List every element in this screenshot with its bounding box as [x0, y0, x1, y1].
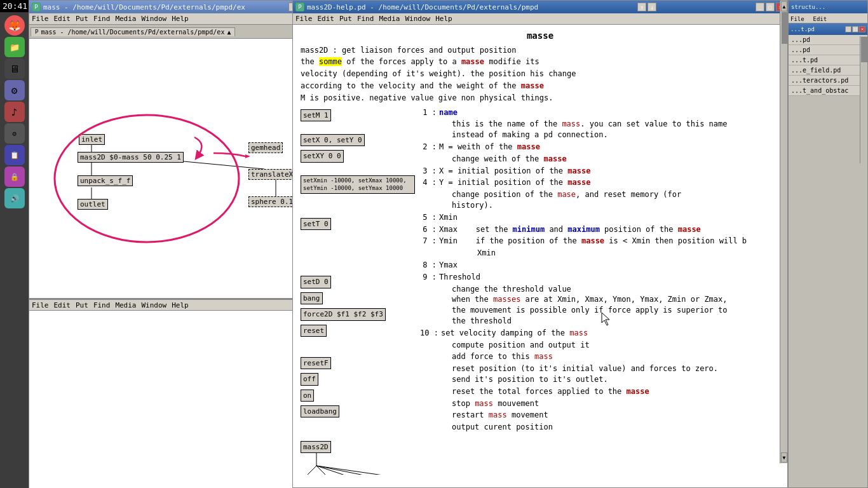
taskbar-icon-9[interactable]: 🔊 — [4, 188, 25, 208]
help-content: masse mass2D : get liaison forces and ou… — [293, 25, 787, 475]
param-desc-9: Threshold — [439, 272, 780, 283]
nav-back[interactable]: ↑ — [637, 3, 646, 11]
pd-box-gemhead[interactable]: gemhead — [248, 142, 283, 153]
menu-put-2[interactable]: Put — [76, 301, 88, 309]
menu-put-1[interactable]: Put — [76, 15, 88, 23]
pd-msg-off[interactable]: off — [301, 373, 318, 385]
r-menu-media[interactable]: Media — [379, 15, 400, 23]
menu-file-2[interactable]: File — [32, 301, 49, 309]
left-tab-label: mass - /home/will/Documents/Pd/externals… — [41, 29, 224, 36]
pd-msg-setxmin[interactable]: setXmin -10000, setXmax 10000, setYmin -… — [301, 175, 415, 194]
pd-msg-resetf[interactable]: resetF — [301, 357, 331, 369]
pd-box-inlet[interactable]: inlet — [79, 134, 105, 145]
highlight-masse-1: masse — [461, 57, 484, 66]
scrollbar-thumb[interactable] — [782, 12, 788, 44]
taskbar-icon-2[interactable]: 📁 — [4, 37, 25, 57]
menu-edit-2[interactable]: Edit — [54, 301, 71, 309]
pd-msg-setxy2[interactable]: setXY 0 0 — [301, 150, 344, 162]
taskbar-icon-4[interactable]: ⚙ — [4, 80, 25, 100]
help-scrollbar[interactable]: ▲ ▼ — [780, 1, 787, 463]
r-menu-edit[interactable]: Edit — [318, 15, 335, 23]
minimize-btn-right[interactable]: _ — [756, 3, 764, 11]
left-tab-1[interactable]: P mass - /home/will/Documents/Pd/externa… — [31, 27, 235, 36]
r-menu-file[interactable]: File — [295, 15, 313, 23]
pd-box-mass2d-bottom[interactable]: mass2D — [301, 441, 331, 453]
fr-item-3[interactable]: ...t.pd — [789, 55, 867, 65]
help-intro-3: velocity (depending of it's weight). the… — [301, 69, 780, 79]
pd-msg-loadbang[interactable]: loadbang — [301, 405, 339, 417]
param-desc-6: Xmax set the minimum and maximum positio… — [439, 224, 780, 235]
taskbar-icon-5[interactable]: ♪ — [4, 102, 25, 122]
r-menu-window[interactable]: Window — [405, 15, 431, 23]
menu-window-1[interactable]: Window — [142, 15, 167, 23]
help-intro-text-1: mass2D : get liaison forces and output p… — [301, 46, 517, 55]
menu-media-2[interactable]: Media — [115, 301, 136, 309]
nav-fwd[interactable]: ↓ — [648, 3, 656, 11]
pd-box-sphere[interactable]: sphere 0.1 — [248, 196, 295, 207]
menu-edit-1[interactable]: Edit — [54, 15, 71, 23]
param-sub-1: this is the name of the mass. you can se… — [452, 119, 780, 140]
menu-file-1[interactable]: File — [32, 15, 49, 23]
fr-item-4[interactable]: ...e_field.pd — [789, 65, 867, 76]
taskbar-icon-6[interactable]: ⚙ — [4, 123, 25, 144]
msg-box-setxy-2: setXY 0 0 — [301, 149, 415, 163]
menu-find-2[interactable]: Find — [93, 301, 111, 309]
taskbar-icon-8[interactable]: 🔒 — [4, 166, 25, 187]
svg-marker-1 — [245, 154, 250, 158]
reset-desc: reset position (to it's initial value) a… — [452, 363, 780, 385]
pd-right-window: P mass2D-help.pd - /home/will/Documents/… — [292, 0, 788, 488]
taskbar-icon-1[interactable]: 🦊 — [4, 15, 25, 36]
param-num-3: 3 : — [420, 166, 439, 177]
param-num-7: 7 : — [420, 236, 439, 247]
fr-scrollbar-thumb[interactable] — [861, 37, 867, 62]
resetf-desc: reset the total forces applied to the ma… — [452, 386, 780, 397]
param-num-1: 1 : — [420, 107, 439, 118]
fr-minimize[interactable]: _ — [845, 26, 851, 32]
tab-arrow: ▲ — [227, 29, 231, 36]
maximize-btn-right[interactable]: □ — [766, 3, 775, 11]
fr-item-2[interactable]: ...pd — [789, 45, 867, 55]
pd-box-outlet[interactable]: outlet — [78, 199, 108, 210]
fr-item-1[interactable]: ...pd — [789, 35, 867, 45]
menu-help-2[interactable]: Help — [172, 301, 189, 309]
pd-msg-reset[interactable]: reset — [301, 325, 327, 337]
fr-menu-edit[interactable]: Edit — [811, 15, 829, 23]
pd-msg-setd[interactable]: setD 0 — [301, 276, 331, 288]
help-params-section: setM 1 setX 0, setY 0 setXY 0 0 setXmin … — [301, 107, 780, 434]
taskbar-icon-7[interactable]: 📋 — [4, 145, 25, 165]
param-6: 6 : Xmax set the minimum and maximum pos… — [420, 224, 780, 235]
param-num-8: 8 : — [420, 260, 439, 271]
scroll-up-btn[interactable]: ▲ — [781, 1, 787, 11]
pd-box-mass2d[interactable]: mass2D $0-mass 50 0.25 1 — [78, 152, 184, 163]
pd-msg-setm[interactable]: setM 1 — [301, 109, 331, 121]
far-right-controls[interactable]: _ □ ✕ — [845, 26, 865, 32]
fr-menu-file[interactable]: File — [789, 15, 806, 23]
pd-msg-bang[interactable]: bang — [301, 292, 323, 304]
menu-find-1[interactable]: Find — [93, 15, 111, 23]
menu-help-1[interactable]: Help — [172, 15, 189, 23]
fr-item-5[interactable]: ...teractors.pd — [789, 76, 867, 86]
scroll-down-btn[interactable]: ▼ — [781, 452, 787, 463]
menu-window-2[interactable]: Window — [142, 301, 167, 309]
msg-box-force2d: force2D $f1 $f2 $f3 — [301, 308, 415, 321]
pd-msg-setxy1[interactable]: setX 0, setY 0 — [301, 134, 365, 146]
taskbar-icon-3[interactable]: 🖥 — [4, 58, 25, 79]
pd-box-unpack[interactable]: unpack_s_f_f — [78, 175, 133, 186]
param-5: 5 : Xmin — [420, 212, 780, 223]
menu-media-1[interactable]: Media — [115, 15, 136, 23]
param-num-2: 2 : — [420, 142, 439, 152]
fr-close[interactable]: ✕ — [859, 26, 865, 32]
pd-msg-sett[interactable]: setT 0 — [301, 218, 331, 230]
fr-item-6[interactable]: ...t_and_obstac — [789, 86, 867, 96]
r-menu-put[interactable]: Put — [339, 15, 352, 23]
param-desc-7: Ymin if the position of the masse is < X… — [439, 236, 780, 247]
r-menu-find[interactable]: Find — [357, 15, 374, 23]
param-num-10: 10 : — [420, 328, 441, 339]
r-menu-help[interactable]: Help — [435, 15, 452, 23]
fr-maximize[interactable]: □ — [852, 26, 858, 32]
fr-scrollbar[interactable] — [860, 36, 867, 163]
help-title: masse — [301, 30, 780, 43]
pd-msg-force2d[interactable]: force2D $f1 $f2 $f3 — [301, 308, 386, 320]
param-num-6: 6 : — [420, 224, 439, 235]
pd-msg-on[interactable]: on — [301, 390, 314, 402]
